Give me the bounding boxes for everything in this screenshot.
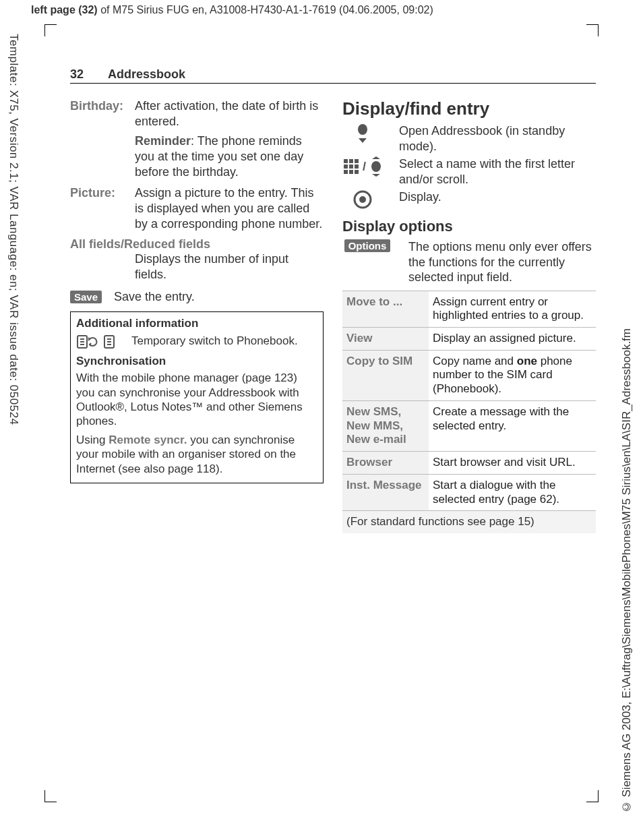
open-addressbook-text: Open Addressbook (in standby mode). [399,123,596,154]
crop-mark [44,790,57,802]
svg-rect-15 [355,164,359,169]
svg-point-21 [371,161,381,172]
svg-rect-11 [349,159,353,163]
center-press-icon [342,189,383,210]
crop-mark [586,24,599,36]
top-meta: left page (32) of M75 Sirius FUG en, A31… [31,4,433,16]
table-row: ViewDisplay an assigned picture. [342,327,596,350]
svg-rect-13 [344,164,348,169]
sync-header: Synchronisation [76,354,317,368]
svg-marker-9 [359,138,367,143]
table-row: Move to ...Assign current entry or highl… [342,291,596,327]
table-row: Copy to SIMCopy name and one phone numbe… [342,350,596,400]
svg-rect-12 [355,159,359,163]
table-row: Inst. MessageStart a dialogue with the s… [342,474,596,510]
info-box: Additional information Temporary switch … [70,311,324,483]
standard-functions-note: (For standard functions see page 15) [342,511,596,533]
sync-text-1: With the mobile phone manager (page 123)… [76,371,317,429]
crop-mark [44,24,57,36]
left-meta: Template: X75, Version 2.1; VAR Language… [7,34,20,425]
picture-label: Picture: [70,185,135,232]
right-meta: © Siemens AG 2003, E:\Auftrag\Siemens\Mo… [620,328,634,813]
options-softkey[interactable]: Options [344,239,391,252]
fields-text: Displays the number of input fields. [135,251,324,282]
opt-inst-message: Inst. Message [342,474,429,510]
section-title: Addressbook [108,67,185,82]
birthday-text-1: After activation, the date of birth is e… [135,98,324,129]
opt-view: View [342,327,429,350]
table-row: New SMS, New MMS, New e-mailCreate a mes… [342,400,596,451]
page-number: 32 [70,67,84,82]
sync-text-2a: Using [76,433,109,446]
save-text: Save the entry. [114,288,324,305]
picture-text: Assign a picture to the entry. This is d… [135,185,324,232]
select-name-text: Select a name with the first letter and/… [399,156,596,187]
svg-rect-17 [349,170,353,174]
joystick-down-icon [342,123,383,144]
top-meta-bold: left page (32) [31,4,98,16]
display-find-heading: Display/find entry [342,98,596,119]
table-row: BrowserStart browser and visit URL. [342,452,596,475]
save-softkey[interactable]: Save [70,291,102,303]
display-options-heading: Display options [342,218,596,235]
birthday-label: Birthday: [70,98,135,180]
top-meta-rest: of M75 Sirius FUG en, A31008-H7430-A1-1-… [98,4,433,16]
opt-move-to: Move to ... [342,291,429,327]
info-title: Additional information [76,316,317,330]
keypad-scroll-icon: / [342,156,383,177]
table-footer: (For standard functions see page 15) [342,511,596,533]
phonebook-swap-icon [76,334,119,350]
opt-copy-to-sim: Copy to SIM [342,350,429,400]
crop-mark [586,790,599,802]
options-description: The options menu only ever offers the fu… [408,239,596,285]
remote-sync-label: Remote syncr. [109,433,187,446]
svg-point-24 [359,196,366,203]
reminder-bold: Reminder [135,134,191,148]
svg-rect-14 [349,164,353,169]
svg-marker-22 [372,174,380,177]
fields-header: All fields/Reduced fields [70,237,324,251]
options-table: Move to ...Assign current entry or highl… [342,291,596,534]
svg-rect-16 [344,170,348,174]
display-text: Display. [399,189,596,205]
svg-marker-20 [372,156,380,159]
svg-point-8 [358,124,367,135]
opt-browser: Browser [342,452,429,475]
opt-new-message: New SMS, New MMS, New e-mail [342,400,429,451]
svg-text:/: / [363,160,366,173]
svg-rect-18 [355,170,359,174]
svg-rect-10 [344,159,348,163]
phonebook-swap-text: Temporary switch to Phonebook. [131,334,298,348]
